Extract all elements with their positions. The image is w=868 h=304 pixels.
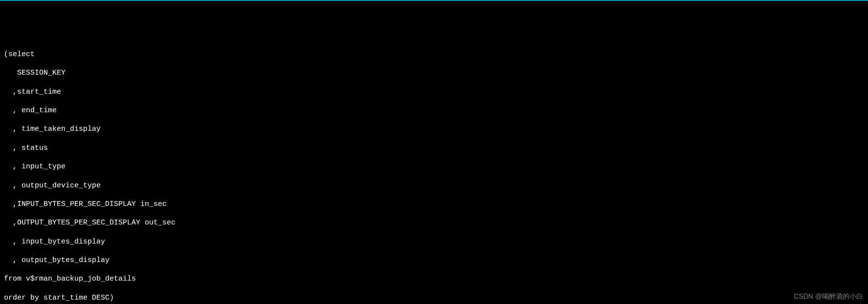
query-line: , output_bytes_display: [4, 256, 864, 265]
query-line: , status: [4, 143, 864, 153]
query-line: from v$rman_backup_job_details: [4, 274, 864, 284]
query-line: SESSION_KEY: [4, 68, 864, 78]
query-line: order by start_time DESC): [4, 293, 864, 303]
query-line: , output_device_type: [4, 181, 864, 190]
query-line: , end_time: [4, 106, 864, 115]
query-line: , time_taken_display: [4, 124, 864, 134]
query-line: , input_bytes_display: [4, 237, 864, 246]
query-line: ,OUTPUT_BYTES_PER_SEC_DISPLAY out_sec: [4, 218, 864, 227]
watermark-text: CSDN @喝醉酒的小白: [794, 292, 863, 301]
query-line: , input_type: [4, 162, 864, 171]
query-line: (select: [4, 50, 864, 59]
terminal-output: (select SESSION_KEY ,start_time , end_ti…: [4, 41, 864, 304]
query-line: ,INPUT_BYTES_PER_SEC_DISPLAY in_sec: [4, 200, 864, 209]
query-line: ,start_time: [4, 87, 864, 97]
